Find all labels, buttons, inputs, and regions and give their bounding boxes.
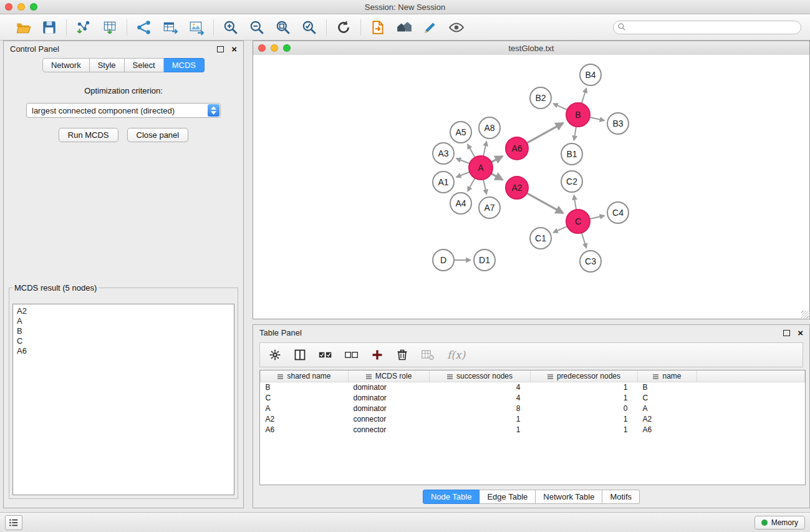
save-session-icon[interactable] — [40, 18, 59, 37]
graph-node-A3[interactable]: A3 — [433, 143, 454, 164]
table-row[interactable]: Bdominator41B — [261, 382, 805, 394]
column-header-name[interactable]: name — [638, 370, 697, 382]
close-window-button[interactable] — [5, 3, 12, 11]
graph-node-C1[interactable]: C1 — [530, 228, 551, 249]
column-header-shared-name[interactable]: shared name — [261, 370, 349, 382]
graph-node-C2[interactable]: C2 — [561, 171, 582, 192]
graph-node-A8[interactable]: A8 — [479, 117, 500, 138]
graph-edge-C-C2[interactable] — [574, 195, 576, 210]
graph-edge-C-C3[interactable] — [582, 233, 587, 248]
graph-node-A7[interactable]: A7 — [479, 197, 500, 218]
run-mcds-button[interactable]: Run MCDS — [59, 128, 118, 142]
graph-node-C[interactable]: C — [566, 210, 590, 233]
mcds-result-item[interactable]: C — [17, 336, 230, 346]
graph-node-C3[interactable]: C3 — [580, 251, 601, 272]
apply-style-icon[interactable] — [421, 18, 440, 37]
task-history-button[interactable] — [5, 515, 22, 530]
graph-edge-C-C1[interactable] — [553, 226, 567, 233]
graph-node-B[interactable]: B — [566, 103, 590, 127]
import-network-icon[interactable] — [74, 18, 93, 37]
table-settings-gear-icon[interactable] — [269, 349, 281, 361]
mcds-result-item[interactable]: A — [17, 316, 230, 326]
optimization-criterion-select[interactable]: largest connected component (directed) — [26, 103, 221, 118]
graph-node-B2[interactable]: B2 — [530, 87, 551, 109]
close-panel-icon[interactable]: × — [231, 44, 237, 54]
graph-node-A[interactable]: A — [469, 156, 493, 180]
zoom-in-icon[interactable] — [221, 18, 240, 37]
graph-node-A5[interactable]: A5 — [450, 122, 471, 143]
graph-edge-A-A5[interactable] — [468, 144, 475, 157]
mcds-result-list[interactable]: A2ABCA6 — [12, 304, 234, 495]
open-session-icon[interactable] — [14, 18, 32, 37]
column-header-MCDS-role[interactable]: MCDS role — [349, 370, 430, 382]
table-tab-network-table[interactable]: Network Table — [536, 490, 602, 504]
show-columns-icon[interactable] — [294, 349, 306, 361]
delete-column-trash-icon[interactable] — [396, 349, 408, 361]
graph-edge-A-A7[interactable] — [483, 180, 486, 195]
search-input[interactable] — [613, 21, 801, 34]
close-table-panel-icon[interactable]: × — [798, 328, 803, 337]
graph-edge-B-B3[interactable] — [590, 117, 605, 120]
graph-node-C4[interactable]: C4 — [607, 202, 629, 223]
table-row[interactable]: Adominator80A — [261, 404, 805, 414]
close-panel-button[interactable]: Close panel — [127, 128, 189, 142]
mcds-result-item[interactable]: B — [17, 326, 230, 336]
graph-edge-A-A4[interactable] — [468, 178, 475, 191]
new-table-icon[interactable] — [161, 18, 180, 37]
graph-node-B3[interactable]: B3 — [607, 113, 629, 134]
zoom-fit-icon[interactable] — [274, 18, 292, 37]
delete-table-icon[interactable] — [421, 349, 435, 361]
zoom-network-button[interactable] — [283, 44, 291, 52]
tab-style[interactable]: Style — [90, 58, 125, 72]
graph-node-A2[interactable]: A2 — [506, 177, 528, 199]
graph-edge-A-A1[interactable] — [456, 172, 470, 177]
graph-edge-A-A8[interactable] — [483, 142, 486, 157]
graph-node-B4[interactable]: B4 — [580, 64, 601, 85]
network-canvas[interactable]: B4B2BB3B1A5A8A6A3AA1C2A4A7A2C1CC4C3DD1 — [253, 55, 809, 319]
column-header-successor-nodes[interactable]: successor nodes — [430, 370, 531, 382]
table-tab-node-table[interactable]: Node Table — [423, 490, 480, 504]
graph-node-A4[interactable]: A4 — [450, 193, 471, 214]
graph-edge-C-C4[interactable] — [590, 216, 605, 219]
resize-grip[interactable] — [801, 311, 809, 318]
refresh-icon[interactable] — [334, 18, 353, 37]
table-row[interactable]: A6connector11A6 — [261, 425, 805, 435]
home-icon[interactable] — [395, 18, 413, 37]
table-row[interactable]: A2connector11A2 — [261, 414, 805, 425]
table-tab-edge-table[interactable]: Edge Table — [480, 490, 536, 504]
float-table-panel-icon[interactable] — [783, 330, 790, 336]
graph-node-A6[interactable]: A6 — [506, 137, 528, 160]
select-all-icon[interactable] — [319, 350, 332, 360]
mcds-result-item[interactable]: A2 — [17, 306, 230, 316]
mcds-result-item[interactable]: A6 — [17, 346, 230, 356]
table-tab-motifs[interactable]: Motifs — [602, 490, 640, 504]
zoom-selected-icon[interactable] — [300, 18, 319, 37]
graph-node-D1[interactable]: D1 — [474, 249, 495, 271]
first-neighbors-icon[interactable] — [369, 18, 387, 37]
show-hide-icon[interactable] — [447, 18, 466, 37]
graph-edge-A-A2[interactable] — [491, 173, 503, 180]
minimize-window-button[interactable] — [17, 3, 25, 11]
export-image-icon[interactable] — [187, 18, 206, 37]
graph-edge-A2-C[interactable] — [527, 193, 563, 213]
graph-edge-A-A3[interactable] — [456, 158, 470, 163]
graph-node-B1[interactable]: B1 — [561, 143, 582, 165]
close-network-button[interactable] — [258, 44, 266, 52]
graph-node-D[interactable]: D — [433, 249, 454, 271]
minimize-network-button[interactable] — [271, 44, 278, 52]
table-row[interactable]: Cdominator41C — [261, 393, 805, 404]
graph-edge-B-B1[interactable] — [574, 127, 576, 140]
zoom-window-button[interactable] — [30, 3, 37, 11]
tab-network[interactable]: Network — [42, 58, 90, 72]
memory-button[interactable]: Memory — [755, 516, 805, 530]
function-builder-icon[interactable]: f(x) — [447, 349, 465, 361]
import-table-icon[interactable] — [100, 18, 119, 37]
zoom-out-icon[interactable] — [248, 18, 266, 37]
create-column-plus-icon[interactable] — [371, 349, 383, 361]
graph-edge-A6-B[interactable] — [527, 123, 563, 143]
graph-edge-B-B4[interactable] — [582, 88, 587, 104]
tab-select[interactable]: Select — [125, 58, 164, 72]
graph-edge-B-B2[interactable] — [553, 104, 567, 110]
graph-edge-A-A6[interactable] — [491, 156, 503, 162]
new-network-icon[interactable] — [135, 18, 153, 37]
